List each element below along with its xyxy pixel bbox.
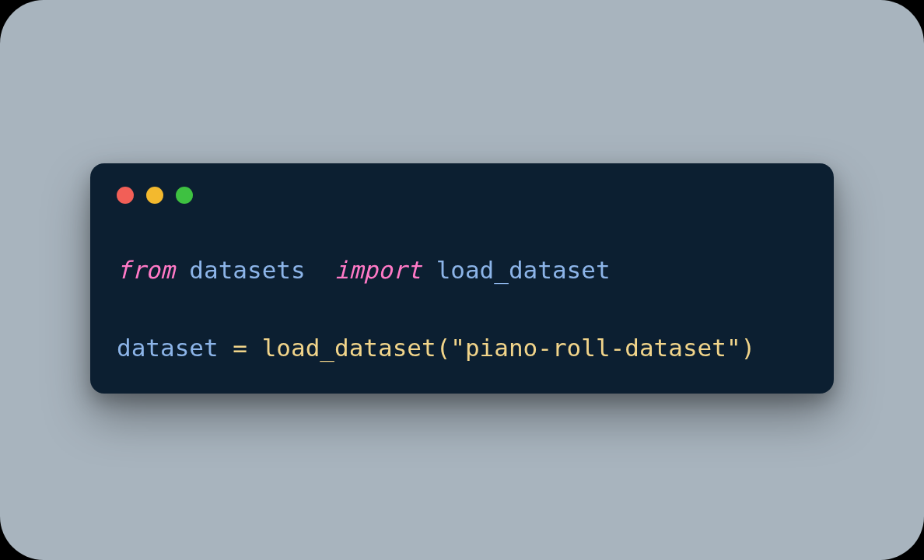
code-block: from datasets import load_dataset datase… — [90, 204, 834, 368]
close-icon[interactable] — [117, 187, 134, 204]
canvas: from datasets import load_dataset datase… — [0, 0, 924, 560]
maximize-icon[interactable] — [176, 187, 193, 204]
keyword-from: from — [117, 256, 175, 284]
window-controls — [90, 163, 834, 204]
module-name: datasets — [189, 256, 305, 284]
keyword-import: import — [334, 256, 422, 284]
terminal-window: from datasets import load_dataset datase… — [90, 163, 834, 394]
open-paren: ( — [436, 334, 451, 362]
string-literal: "piano-roll-dataset" — [450, 334, 740, 362]
function-call: load_dataset — [262, 334, 436, 362]
import-name: load_dataset — [436, 256, 611, 284]
variable-name: dataset — [117, 334, 219, 362]
equals-operator: = — [233, 334, 261, 362]
minimize-icon[interactable] — [146, 187, 163, 204]
close-paren: ) — [741, 334, 756, 362]
